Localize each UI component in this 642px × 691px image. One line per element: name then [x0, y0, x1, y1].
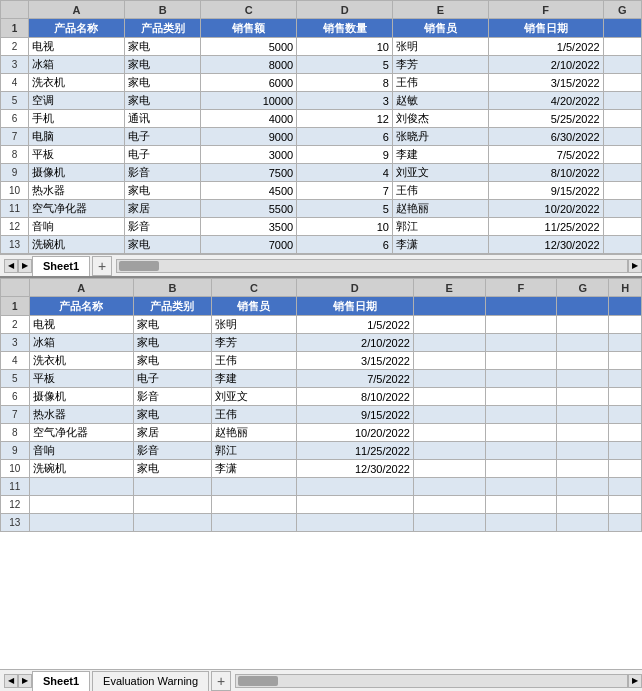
- cell-f[interactable]: 5/25/2022: [488, 110, 603, 128]
- cell-f[interactable]: 2/10/2022: [488, 56, 603, 74]
- cell-c[interactable]: 6000: [201, 74, 297, 92]
- cell-d[interactable]: 5: [297, 56, 393, 74]
- cell-c[interactable]: 8000: [201, 56, 297, 74]
- cell-d[interactable]: 10: [297, 218, 393, 236]
- cell-a[interactable]: 平板: [29, 370, 133, 388]
- cell-d[interactable]: 12: [297, 110, 393, 128]
- cell-d[interactable]: 9/15/2022: [296, 406, 413, 424]
- cell-b[interactable]: 家电: [124, 38, 201, 56]
- cell-e[interactable]: 刘俊杰: [392, 110, 488, 128]
- cell-b[interactable]: 影音: [124, 218, 201, 236]
- cell-d[interactable]: [296, 478, 413, 496]
- cell-b[interactable]: 电子: [124, 128, 201, 146]
- cell-f[interactable]: 1/5/2022: [488, 38, 603, 56]
- col-f-header[interactable]: F: [485, 279, 557, 297]
- cell-b[interactable]: [133, 496, 211, 514]
- cell-a[interactable]: 洗碗机: [29, 460, 133, 478]
- cell-c[interactable]: 7500: [201, 164, 297, 182]
- cell-f[interactable]: 8/10/2022: [488, 164, 603, 182]
- cell-a[interactable]: 洗衣机: [29, 74, 125, 92]
- cell-a[interactable]: 平板: [29, 146, 125, 164]
- cell-a[interactable]: 空调: [29, 92, 125, 110]
- cell-a[interactable]: [29, 496, 133, 514]
- cell-d[interactable]: [296, 496, 413, 514]
- bot-add-sheet-button[interactable]: +: [211, 671, 231, 691]
- cell-f[interactable]: 7/5/2022: [488, 146, 603, 164]
- cell-e[interactable]: 张明: [392, 38, 488, 56]
- cell-c[interactable]: [212, 514, 297, 532]
- cell-a[interactable]: 音响: [29, 218, 125, 236]
- col-d-header[interactable]: D: [296, 279, 413, 297]
- cell-c[interactable]: 郭江: [212, 442, 297, 460]
- cell-b[interactable]: 电子: [133, 370, 211, 388]
- col-c-header[interactable]: C: [201, 1, 297, 19]
- cell-d[interactable]: 12/30/2022: [296, 460, 413, 478]
- cell-f[interactable]: 6/30/2022: [488, 128, 603, 146]
- cell-b[interactable]: 影音: [133, 388, 211, 406]
- cell-b[interactable]: 家电: [124, 56, 201, 74]
- cell-b[interactable]: 家电: [133, 352, 211, 370]
- cell-d[interactable]: 5: [297, 200, 393, 218]
- cell-a[interactable]: 冰箱: [29, 56, 125, 74]
- cell-c[interactable]: 李潇: [212, 460, 297, 478]
- col-f-header[interactable]: F: [488, 1, 603, 19]
- cell-a[interactable]: 热水器: [29, 182, 125, 200]
- bot-scroll-left[interactable]: ◀: [4, 674, 18, 688]
- cell-c[interactable]: 赵艳丽: [212, 424, 297, 442]
- cell-f[interactable]: 11/25/2022: [488, 218, 603, 236]
- cell-e[interactable]: 王伟: [392, 182, 488, 200]
- col-g-header[interactable]: G: [557, 279, 609, 297]
- cell-b[interactable]: 电子: [124, 146, 201, 164]
- cell-c[interactable]: [212, 496, 297, 514]
- cell-d[interactable]: 9: [297, 146, 393, 164]
- col-a-header[interactable]: A: [29, 279, 133, 297]
- cell-e[interactable]: 王伟: [392, 74, 488, 92]
- cell-c[interactable]: 王伟: [212, 406, 297, 424]
- cell-c[interactable]: 3500: [201, 218, 297, 236]
- cell-a[interactable]: [29, 514, 133, 532]
- cell-b[interactable]: 影音: [124, 164, 201, 182]
- cell-c[interactable]: 李建: [212, 370, 297, 388]
- cell-c[interactable]: 5000: [201, 38, 297, 56]
- cell-c[interactable]: 3000: [201, 146, 297, 164]
- cell-c[interactable]: 4500: [201, 182, 297, 200]
- cell-f[interactable]: 3/15/2022: [488, 74, 603, 92]
- cell-d[interactable]: 10/20/2022: [296, 424, 413, 442]
- cell-a[interactable]: 手机: [29, 110, 125, 128]
- cell-b[interactable]: 家电: [133, 460, 211, 478]
- cell-f[interactable]: 9/15/2022: [488, 182, 603, 200]
- cell-d[interactable]: [296, 514, 413, 532]
- cell-b[interactable]: 家电: [124, 182, 201, 200]
- cell-e[interactable]: 李潇: [392, 236, 488, 254]
- cell-a[interactable]: 空气净化器: [29, 424, 133, 442]
- cell-a[interactable]: 洗碗机: [29, 236, 125, 254]
- col-e-header[interactable]: E: [413, 279, 485, 297]
- cell-c[interactable]: 李芳: [212, 334, 297, 352]
- cell-d[interactable]: 1/5/2022: [296, 316, 413, 334]
- cell-a[interactable]: 电视: [29, 38, 125, 56]
- cell-a[interactable]: 电视: [29, 316, 133, 334]
- bot-scroll-right-end[interactable]: ▶: [628, 674, 642, 688]
- col-e-header[interactable]: E: [392, 1, 488, 19]
- cell-d[interactable]: 2/10/2022: [296, 334, 413, 352]
- cell-e[interactable]: 赵敏: [392, 92, 488, 110]
- col-b-header[interactable]: B: [133, 279, 211, 297]
- cell-c[interactable]: 刘亚文: [212, 388, 297, 406]
- cell-d[interactable]: 3: [297, 92, 393, 110]
- col-c-header[interactable]: C: [212, 279, 297, 297]
- col-b-header[interactable]: B: [124, 1, 201, 19]
- cell-a[interactable]: 电脑: [29, 128, 125, 146]
- cell-b[interactable]: 家电: [124, 74, 201, 92]
- evaluation-warning-tab[interactable]: Evaluation Warning: [92, 671, 209, 691]
- cell-a[interactable]: 冰箱: [29, 334, 133, 352]
- cell-d[interactable]: 6: [297, 236, 393, 254]
- cell-b[interactable]: 家电: [133, 406, 211, 424]
- cell-c[interactable]: 5500: [201, 200, 297, 218]
- cell-d[interactable]: 3/15/2022: [296, 352, 413, 370]
- cell-c[interactable]: 张明: [212, 316, 297, 334]
- cell-e[interactable]: 李建: [392, 146, 488, 164]
- col-a-header[interactable]: A: [29, 1, 125, 19]
- cell-c[interactable]: 10000: [201, 92, 297, 110]
- cell-c[interactable]: [212, 478, 297, 496]
- cell-b[interactable]: 家电: [133, 334, 211, 352]
